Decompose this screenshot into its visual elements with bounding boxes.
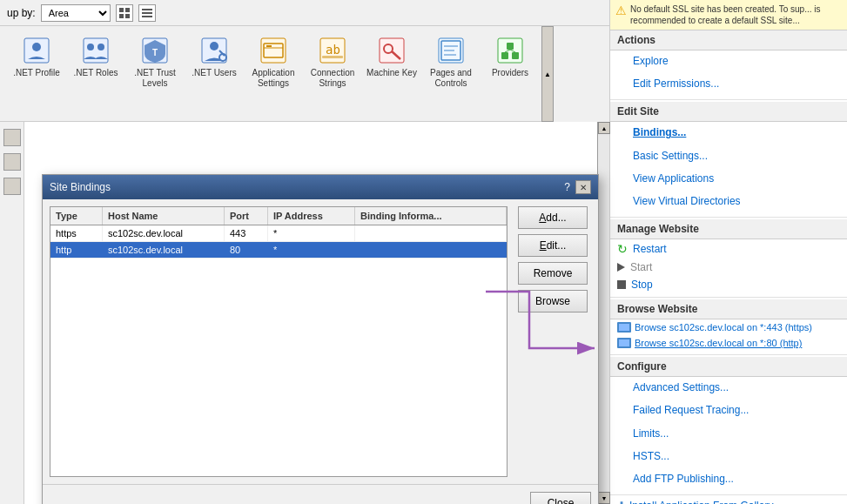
warning-icon: ⚠ [615, 3, 627, 17]
toolbar-item-net-roles[interactable]: .NET Roles [68, 33, 124, 82]
toolbar-label-providers: Providers [492, 68, 528, 78]
toolbar-label-net-roles: .NET Roles [74, 68, 118, 78]
scroll-down-btn[interactable]: ▼ [598, 492, 610, 504]
dialog-footer: Close [43, 484, 598, 504]
edit-permissions-link[interactable]: Edit Permissions... [610, 73, 847, 96]
close-button[interactable]: Close [530, 492, 591, 504]
toolbar-item-machine-key[interactable]: Machine Key [364, 33, 420, 82]
site-bindings-dialog: Site Bindings ? ✕ Type Host Name Port IP… [42, 174, 599, 504]
advanced-settings-link[interactable]: Advanced Settings... [610, 377, 847, 400]
svg-rect-24 [322, 56, 343, 58]
manage-website-section: Manage Website ↻ Restart Start Stop [610, 219, 847, 298]
dialog-actions: Add... Edit... Remove Browse [514, 206, 591, 477]
groupby-label: up by: [7, 7, 36, 19]
toolbar-item-providers[interactable]: Providers [482, 33, 538, 82]
table-row[interactable]: http sc102sc.dev.local 80 * [50, 242, 507, 259]
main-content: Site Bindings ? ✕ Type Host Name Port IP… [24, 122, 597, 504]
left-sidebar [0, 122, 24, 504]
dialog-close-button[interactable]: ✕ [575, 180, 591, 194]
view-applications-link[interactable]: View Applications [610, 168, 847, 191]
toolbar-scroll-up[interactable]: ▲ [541, 26, 554, 122]
add-button[interactable]: Add... [518, 206, 588, 229]
restart-label: Restart [633, 243, 667, 255]
monitor-icon-http [617, 338, 631, 348]
scroll-up-btn[interactable]: ▲ [598, 122, 610, 134]
start-link[interactable]: Start [610, 259, 847, 276]
table-row[interactable]: https sc102sc.dev.local 443 * [50, 225, 507, 242]
hsts-link[interactable]: HSTS... [610, 446, 847, 468]
toolbar-item-net-trust[interactable]: T .NET Trust Levels [127, 33, 183, 92]
col-hostname: Host Name [103, 207, 225, 225]
warning-text: No default SSL site has been created. To… [630, 3, 842, 26]
bindings-link[interactable]: Bindings... [610, 122, 847, 144]
svg-rect-3 [125, 14, 130, 18]
svg-rect-18 [261, 38, 286, 63]
remove-button[interactable]: Remove [518, 262, 588, 285]
content-scrollbar[interactable]: ▲ ▼ [597, 122, 609, 504]
groupby-bar: up by: Area [0, 0, 609, 26]
explore-link[interactable]: Explore [610, 50, 847, 73]
svg-text:ab: ab [326, 43, 340, 57]
browse-https-label: Browse sc102sc.dev.local on *:443 (https… [635, 322, 812, 333]
limits-link[interactable]: Limits... [610, 423, 847, 446]
svg-point-11 [97, 44, 104, 50]
svg-rect-33 [498, 38, 522, 63]
right-panel-content: Actions Explore Edit Permissions... Edit… [610, 30, 847, 504]
view-virtual-dirs-link[interactable]: View Virtual Directories [610, 191, 847, 213]
toolbar-item-app-settings[interactable]: Application Settings [245, 33, 301, 92]
svg-point-10 [87, 44, 94, 50]
cell-hostname: sc102sc.dev.local [103, 242, 225, 258]
actions-title: Actions [610, 30, 847, 50]
sidebar-output-icon [3, 153, 21, 171]
browse-website-section: Browse Website Browse sc102sc.dev.local … [610, 299, 847, 355]
toolbar-label-conn-strings: Connection Strings [306, 68, 359, 89]
toolbar-label-app-settings: Application Settings [247, 68, 299, 89]
left-panel: up by: Area .NET Profile [0, 0, 609, 504]
restart-link[interactable]: ↻ Restart [610, 239, 847, 259]
groupby-dropdown[interactable]: Area [41, 4, 111, 22]
svg-rect-21 [266, 45, 272, 47]
toolbar-label-pages-controls: Pages and Controls [425, 68, 477, 89]
svg-rect-0 [119, 8, 124, 12]
actions-section: Actions Explore Edit Permissions... [610, 30, 847, 100]
install-gallery-link[interactable]: ⬇ Install Application From Gallery [610, 497, 847, 504]
right-panel: ⚠ No default SSL site has been created. … [609, 0, 847, 504]
svg-point-8 [32, 43, 41, 51]
svg-rect-6 [142, 16, 152, 17]
toolbar-item-conn-strings[interactable]: ab Connection Strings [305, 33, 360, 92]
view-toggle-button[interactable] [116, 4, 133, 22]
browse-button[interactable]: Browse [518, 290, 588, 312]
edit-site-section: Edit Site Bindings... Basic Settings... … [610, 102, 847, 218]
bindings-table-header: Type Host Name Port IP Address Binding I… [50, 207, 507, 225]
basic-settings-link[interactable]: Basic Settings... [610, 145, 847, 168]
svg-rect-2 [119, 14, 124, 18]
toolbar-label-net-users: .NET Users [192, 68, 237, 78]
sidebar-compress-icon [3, 129, 21, 146]
cell-ip: * [268, 242, 355, 258]
browse-http-link[interactable]: Browse sc102sc.dev.local on *:80 (http) [610, 335, 847, 351]
install-gallery-label: Install Application From Gallery [629, 500, 773, 504]
manage-website-title: Manage Website [610, 219, 847, 239]
svg-text:T: T [152, 48, 158, 57]
toolbar-item-net-profile[interactable]: .NET Profile [9, 33, 64, 82]
toolbar-label-machine-key: Machine Key [366, 68, 417, 78]
toolbar: .NET Profile .NET Roles T .NET [0, 26, 541, 122]
bindings-table: Type Host Name Port IP Address Binding I… [50, 206, 508, 477]
add-ftp-link[interactable]: Add FTP Publishing... [610, 468, 847, 491]
toolbar-item-net-users[interactable]: .NET Users [186, 33, 242, 82]
view-list-button[interactable] [138, 4, 156, 22]
svg-rect-34 [501, 52, 508, 59]
col-binding: Binding Informa... [355, 207, 507, 225]
toolbar-item-pages-controls[interactable]: Pages and Controls [423, 33, 479, 92]
browse-https-link[interactable]: Browse sc102sc.dev.local on *:443 (https… [610, 319, 847, 335]
content-area: Site Bindings ? ✕ Type Host Name Port IP… [0, 122, 609, 504]
dialog-titlebar: Site Bindings ? ✕ [43, 175, 598, 199]
failed-request-tracing-link[interactable]: Failed Request Tracing... [610, 400, 847, 422]
cell-type: http [50, 242, 103, 258]
install-icon: ⬇ [617, 500, 626, 504]
cell-hostname: sc102sc.dev.local [103, 225, 225, 241]
edit-button[interactable]: Edit... [518, 234, 588, 257]
cell-binding [355, 225, 507, 241]
dialog-body: Type Host Name Port IP Address Binding I… [43, 199, 598, 484]
stop-link[interactable]: Stop [610, 276, 847, 293]
